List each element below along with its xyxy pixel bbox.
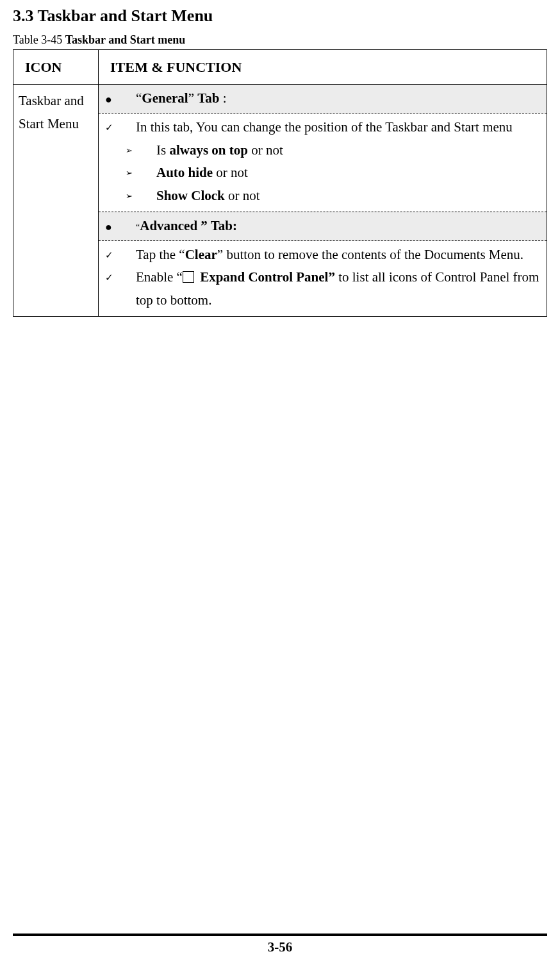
txt-bold: Expand Control Panel xyxy=(197,269,329,285)
chevron-icon: ➢ xyxy=(126,162,156,185)
txt: or not xyxy=(225,188,260,203)
page-number: 3-56 xyxy=(0,939,560,955)
txt: ” button to remove the contents of the D… xyxy=(217,247,523,262)
section-heading: 3.3 Taskbar and Start Menu xyxy=(13,6,547,26)
advanced-clear-line: Tap the “Clear” button to remove the con… xyxy=(136,244,540,267)
general-bold: General xyxy=(142,90,188,106)
advanced-tab-body: ✓ Tap the “Clear” button to remove the c… xyxy=(99,241,547,316)
general-tab-label: “General” Tab : xyxy=(136,87,540,110)
table-caption: Table 3-45 Taskbar and Start menu xyxy=(13,33,547,47)
sub-show-clock: Show Clock or not xyxy=(156,185,540,208)
txt: or not xyxy=(213,165,248,180)
colon: : xyxy=(219,90,226,106)
advanced-tab-header: ● “Advanced ” Tab: xyxy=(99,212,547,241)
quote-open: “ xyxy=(136,90,142,106)
th-item-function: ITEM & FUNCTION xyxy=(99,50,547,85)
bullet-icon: ● xyxy=(105,87,136,110)
txt-bold: Clear xyxy=(185,247,217,262)
advanced-expand-line: Enable “ Expand Control Panel” to list a… xyxy=(136,266,540,312)
bullet-icon: ● xyxy=(105,215,136,238)
tab-bold: Tab xyxy=(197,90,219,106)
checkbox-icon xyxy=(183,271,194,283)
general-tab-header: ● “General” Tab : xyxy=(99,85,547,113)
general-body-text: In this tab, You can change the position… xyxy=(136,116,540,139)
check-icon: ✓ xyxy=(105,116,136,139)
txt: or not xyxy=(248,142,283,158)
txt-bold: ” xyxy=(328,269,335,285)
caption-prefix: Table 3-45 xyxy=(13,33,65,46)
quote-close: ” xyxy=(188,90,198,106)
txt-bold: Auto hide xyxy=(156,165,213,180)
general-tab-body: ✓ In this tab, You can change the positi… xyxy=(99,113,547,212)
footer-rule xyxy=(13,934,547,936)
sub-always-on-top: Is always on top or not xyxy=(156,139,540,162)
txt: Tap the “ xyxy=(136,247,185,262)
txt-bold: Show Clock xyxy=(156,188,225,203)
check-icon: ✓ xyxy=(105,266,136,312)
advanced-tab-label: “Advanced ” Tab: xyxy=(136,215,540,238)
icon-cell: Taskbar and Start Menu xyxy=(13,85,99,316)
chevron-icon: ➢ xyxy=(126,139,156,162)
th-icon: ICON xyxy=(13,50,99,85)
check-icon: ✓ xyxy=(105,244,136,267)
caption-bold: Taskbar and Start menu xyxy=(65,33,186,46)
table-taskbar-start-menu: ICON ITEM & FUNCTION Taskbar and Start M… xyxy=(13,49,547,317)
function-cell: ● “General” Tab : ✓ In this tab, You can… xyxy=(99,85,547,316)
txt: Is xyxy=(156,142,169,158)
txt: Enable “ xyxy=(136,269,183,285)
advanced-bold: Advanced ” Tab: xyxy=(140,218,237,233)
sub-auto-hide: Auto hide or not xyxy=(156,162,540,185)
txt-bold: always on top xyxy=(169,142,248,158)
chevron-icon: ➢ xyxy=(126,185,156,208)
